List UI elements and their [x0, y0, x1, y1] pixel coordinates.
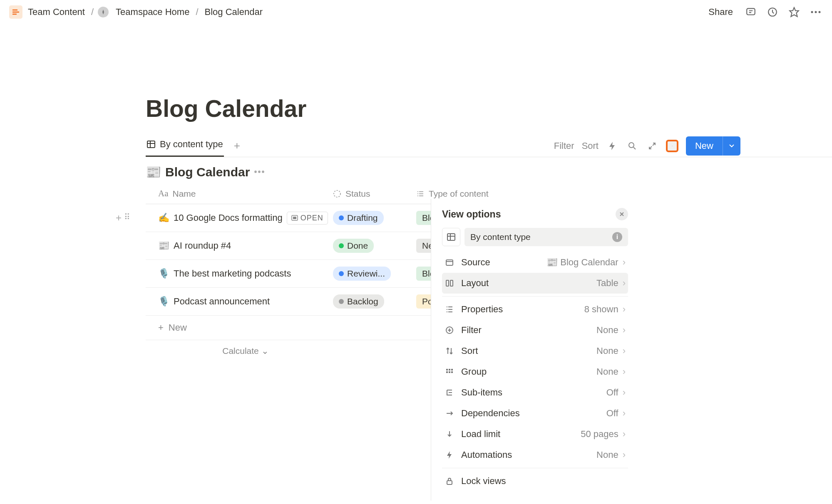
panel-item-label: Source [461, 257, 490, 268]
breadcrumb: Team Content / Teamspace Home / Blog Cal… [9, 5, 265, 19]
comments-icon[interactable] [744, 5, 758, 19]
layout-icon [445, 279, 454, 288]
svg-marker-0 [102, 10, 104, 15]
team-content-icon [9, 5, 22, 19]
new-button[interactable]: New [686, 136, 723, 156]
add-icon[interactable]: + [116, 212, 122, 224]
panel-item-sort[interactable]: SortNone› [442, 341, 628, 361]
panel-item-label: Sort [461, 346, 478, 356]
panel-item-load-limit[interactable]: Load limit50 pages› [442, 424, 628, 445]
chevron-right-icon: › [623, 325, 626, 336]
info-icon[interactable]: i [612, 232, 622, 242]
column-status[interactable]: Status [333, 188, 416, 199]
search-icon[interactable] [626, 140, 638, 152]
cell-status[interactable]: Backlog [333, 294, 416, 309]
cell-name[interactable]: 📰AI roundup #4 [146, 240, 333, 251]
title-prop-icon: Aa [158, 188, 169, 199]
column-type[interactable]: Type of content [416, 188, 541, 199]
breadcrumb-root[interactable]: Team Content [26, 5, 87, 19]
panel-item-layout[interactable]: LayoutTable› [442, 273, 628, 294]
panel-item-lock-views[interactable]: Lock views [442, 471, 628, 492]
panel-item-dependencies[interactable]: DependenciesOff› [442, 403, 628, 424]
page-emoji-icon: 📰 [158, 240, 169, 251]
open-button[interactable]: OPEN [287, 212, 328, 225]
database-header: 📰 Blog Calendar ••• [146, 157, 832, 183]
svg-rect-21 [449, 369, 450, 371]
panel-item-label: Dependencies [461, 408, 520, 419]
panel-item-sub-items[interactable]: Sub-itemsOff› [442, 382, 628, 403]
view-options-button[interactable] [666, 140, 678, 152]
breadcrumb-page[interactable]: Blog Calendar [203, 5, 265, 19]
new-dropdown-button[interactable] [723, 136, 740, 156]
compass-icon [98, 7, 109, 17]
svg-point-5 [815, 11, 817, 13]
filter-button[interactable]: Filter [554, 141, 574, 151]
panel-item-value: None [596, 325, 618, 336]
panel-item-label: Properties [461, 304, 503, 315]
svg-point-12 [334, 190, 340, 197]
cell-name[interactable]: ✍️10 Google Docs formattingOPEN [146, 212, 333, 225]
panel-item-value: Off [606, 387, 618, 398]
svg-point-6 [819, 11, 821, 13]
database-more-icon[interactable]: ••• [254, 167, 265, 177]
status-pill: Backlog [333, 294, 384, 309]
group-icon [445, 367, 454, 376]
view-tab-label: By content type [160, 139, 223, 150]
source-icon [445, 258, 454, 267]
cell-status[interactable]: Done [333, 239, 416, 253]
view-controls: Filter Sort New [554, 136, 740, 156]
panel-item-label: Layout [461, 278, 489, 289]
svg-rect-7 [147, 141, 155, 148]
chevron-right-icon: › [623, 346, 626, 356]
status-pill: Reviewi... [333, 267, 391, 281]
svg-rect-16 [446, 260, 453, 265]
panel-item-group[interactable]: GroupNone› [442, 361, 628, 382]
cell-name[interactable]: 🎙️Podcast announcement [146, 296, 333, 307]
panel-view-name-input[interactable]: By content type i [464, 228, 628, 246]
history-icon[interactable] [765, 5, 780, 19]
panel-item-source[interactable]: Source📰 Blog Calendar› [442, 252, 628, 273]
page-name: AI roundup #4 [174, 240, 231, 251]
panel-view-name-text: By content type [470, 232, 531, 242]
view-tab-by-content-type[interactable]: By content type [146, 135, 224, 157]
share-button[interactable]: Share [705, 5, 736, 19]
panel-close-button[interactable] [616, 208, 628, 220]
add-view-button[interactable]: + [230, 139, 244, 152]
panel-item-value: None [596, 346, 618, 356]
automations-icon[interactable] [606, 140, 618, 152]
calculate-label: Calculate [222, 346, 259, 356]
expand-icon[interactable] [646, 140, 658, 152]
panel-item-properties[interactable]: Properties8 shown› [442, 299, 628, 320]
sort-button[interactable]: Sort [582, 141, 599, 151]
svg-rect-22 [451, 369, 453, 371]
props-icon [445, 305, 454, 314]
chevron-right-icon: › [623, 304, 626, 315]
more-icon[interactable] [809, 5, 823, 19]
cell-status[interactable]: Drafting [333, 211, 416, 225]
panel-item-label: Filter [461, 325, 482, 336]
dep-icon [445, 409, 454, 418]
views-row: By content type + Filter Sort New [146, 135, 832, 157]
panel-item-value: 8 shown [584, 304, 618, 315]
breadcrumb-workspace[interactable]: Teamspace Home [114, 5, 191, 19]
column-label: Type of content [429, 189, 489, 199]
panel-item-filter[interactable]: FilterNone› [442, 320, 628, 341]
open-icon [291, 215, 298, 221]
panel-view-icon [442, 228, 460, 246]
chevron-right-icon: › [623, 366, 626, 377]
add-row-label: New [169, 322, 187, 333]
database-title[interactable]: Blog Calendar [165, 165, 250, 179]
page-name: Podcast announcement [174, 296, 270, 307]
star-icon[interactable] [787, 5, 801, 19]
svg-rect-18 [450, 280, 453, 286]
drag-handle-icon[interactable]: ⠿ [124, 212, 130, 224]
panel-item-value: None [596, 366, 618, 377]
column-name[interactable]: Aa Name [146, 188, 333, 199]
cell-name[interactable]: 🎙️The best marketing podcasts [146, 268, 333, 279]
panel-item-automations[interactable]: AutomationsNone› [442, 445, 628, 465]
calculate-button[interactable]: Calculate ⌄ [146, 340, 345, 362]
topbar: Team Content / Teamspace Home / Blog Cal… [0, 0, 832, 24]
page-title[interactable]: Blog Calendar [146, 95, 832, 122]
cell-status[interactable]: Reviewi... [333, 267, 416, 281]
chevron-right-icon: › [623, 450, 626, 460]
